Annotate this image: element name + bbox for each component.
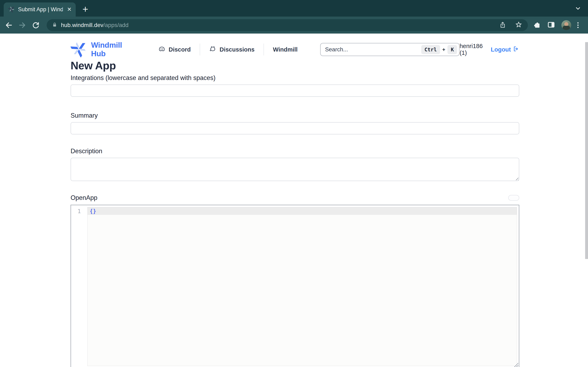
page-scrollbar[interactable] bbox=[585, 42, 588, 259]
logout-label: Logout bbox=[491, 46, 511, 53]
nav-item-discussions[interactable]: Discussions bbox=[209, 45, 255, 54]
logout-icon bbox=[513, 46, 519, 54]
nav-separator bbox=[264, 44, 264, 55]
brand-name: Windmill Hub bbox=[91, 41, 133, 58]
tab-title: Submit App | Windmill Hub bbox=[18, 6, 63, 13]
search-input[interactable] bbox=[325, 46, 421, 53]
kbd-plus: + bbox=[442, 47, 445, 53]
page-title: New App bbox=[71, 59, 519, 72]
favicon-windmill-icon bbox=[8, 6, 15, 13]
share-icon[interactable] bbox=[499, 21, 506, 29]
side-panel-icon[interactable] bbox=[547, 21, 555, 30]
nav-label-windmill: Windmill bbox=[273, 46, 298, 53]
field-openapp: OpenApp 1 {} bbox=[71, 194, 519, 367]
header-nav: Discord Discussions Windmill bbox=[158, 44, 298, 55]
search-box[interactable]: Ctrl + K bbox=[320, 43, 460, 56]
windmill-logo-icon bbox=[71, 41, 87, 58]
editor-code-area[interactable]: {} bbox=[87, 207, 517, 366]
kbd-ctrl: Ctrl bbox=[421, 45, 440, 54]
openapp-label: OpenApp bbox=[71, 194, 97, 201]
field-integrations: Integrations (lowercase and separated wi… bbox=[71, 74, 519, 97]
tab-strip: Submit App | Windmill Hub ✕ + bbox=[0, 0, 588, 17]
back-icon[interactable] bbox=[4, 20, 14, 30]
profile-avatar[interactable] bbox=[561, 20, 571, 30]
url-bar[interactable]: hub.windmill.dev/apps/add bbox=[47, 19, 528, 31]
tab-search-chevron-icon[interactable] bbox=[575, 5, 581, 12]
username: henri186 (1) bbox=[460, 43, 486, 56]
bookmark-star-icon[interactable] bbox=[515, 21, 522, 29]
discussions-octocat-icon bbox=[209, 45, 216, 54]
reload-icon[interactable] bbox=[31, 20, 41, 30]
menu-icon[interactable] bbox=[577, 21, 579, 29]
description-textarea[interactable] bbox=[71, 158, 519, 181]
nav-label-discord: Discord bbox=[169, 46, 191, 53]
editor-line-number: 1 bbox=[71, 207, 87, 366]
url-host: hub.windmill.dev bbox=[61, 22, 103, 28]
forward-icon[interactable] bbox=[18, 20, 27, 30]
editor-toggle[interactable] bbox=[508, 195, 519, 201]
description-label: Description bbox=[71, 148, 519, 155]
browser-toolbar: hub.windmill.dev/apps/add bbox=[0, 17, 588, 33]
browser-chrome: Submit App | Windmill Hub ✕ + hub.windmi… bbox=[0, 0, 588, 33]
field-summary: Summary bbox=[71, 112, 519, 134]
summary-input[interactable] bbox=[71, 122, 519, 134]
nav-separator bbox=[200, 44, 200, 55]
nav-item-windmill[interactable]: Windmill bbox=[273, 46, 298, 53]
logout-link[interactable]: Logout bbox=[491, 46, 519, 54]
discord-icon bbox=[158, 45, 166, 54]
field-description: Description bbox=[71, 148, 519, 181]
openapp-code-editor[interactable]: 1 {} bbox=[71, 205, 519, 367]
kbd-k: K bbox=[447, 45, 457, 54]
browser-tab[interactable]: Submit App | Windmill Hub ✕ bbox=[4, 2, 76, 17]
summary-label: Summary bbox=[71, 112, 519, 119]
user-area: henri186 (1) Logout bbox=[460, 43, 519, 56]
integrations-label: Integrations (lowercase and separated wi… bbox=[71, 74, 519, 82]
page-content: Windmill Hub Discord Discussions bbox=[0, 41, 588, 367]
lock-icon[interactable] bbox=[51, 22, 58, 29]
editor-current-line[interactable]: {} bbox=[88, 207, 517, 215]
tab-close-icon[interactable]: ✕ bbox=[66, 6, 72, 13]
nav-item-discord[interactable]: Discord bbox=[158, 45, 191, 54]
brand[interactable]: Windmill Hub bbox=[71, 41, 133, 58]
url-path: /apps/add bbox=[103, 22, 128, 28]
url-text: hub.windmill.dev/apps/add bbox=[61, 22, 128, 28]
extensions-puzzle-icon[interactable] bbox=[533, 21, 541, 29]
nav-label-discussions: Discussions bbox=[220, 46, 255, 53]
new-tab-button[interactable]: + bbox=[79, 2, 92, 16]
site-header: Windmill Hub Discord Discussions bbox=[71, 41, 519, 58]
integrations-input[interactable] bbox=[71, 84, 519, 97]
